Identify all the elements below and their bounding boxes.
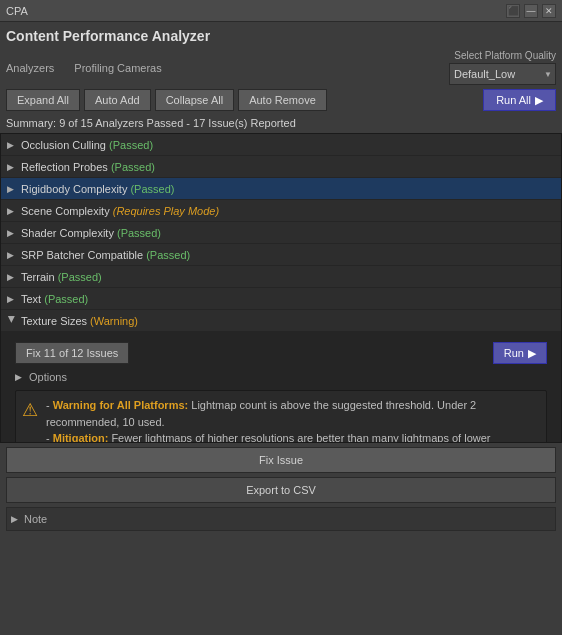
minimize-button[interactable]: ⬛ — [506, 4, 520, 18]
analyzer-item-rigidbody[interactable]: ▶ Rigidbody Complexity (Passed) — [1, 178, 561, 200]
bottom-area: Fix Issue Export to CSV ▶ Note — [0, 443, 562, 535]
analyzer-list: ▶ Occlusion Culling (Passed) ▶ Reflectio… — [0, 133, 562, 443]
close-button[interactable]: ✕ — [542, 4, 556, 18]
auto-add-button[interactable]: Auto Add — [84, 89, 151, 111]
expand-arrow-srp: ▶ — [7, 250, 17, 260]
title-bar-text: CPA — [6, 5, 28, 17]
title-bar: CPA ⬛ — ✕ — [0, 0, 562, 22]
expand-arrow-reflection: ▶ — [7, 162, 17, 172]
warning-text-1: - Warning for All Platforms: Lightmap co… — [46, 397, 540, 443]
expand-arrow-rigidbody: ▶ — [7, 184, 17, 194]
options-row[interactable]: ▶ Options — [9, 368, 553, 386]
profiling-cameras-label: Profiling Cameras — [74, 62, 161, 74]
expand-arrow-text: ▶ — [7, 294, 17, 304]
texture-sizes-expanded: Fix 11 of 12 Issues Run ▶ ▶ Options ⚠ - … — [1, 332, 561, 443]
analyzer-item-scene-complexity[interactable]: ▶ Scene Complexity (Requires Play Mode) — [1, 200, 561, 222]
analyzer-item-srp-batcher[interactable]: ▶ SRP Batcher Compatible (Passed) — [1, 244, 561, 266]
analyzers-label: Analyzers — [6, 62, 54, 74]
analyzer-item-reflection-probes[interactable]: ▶ Reflection Probes (Passed) — [1, 156, 561, 178]
note-arrow-icon: ▶ — [11, 514, 18, 524]
auto-remove-button[interactable]: Auto Remove — [238, 89, 327, 111]
panel-title: Content Performance Analyzer — [6, 28, 556, 44]
analyzer-item-terrain[interactable]: ▶ Terrain (Passed) — [1, 266, 561, 288]
fix-issues-button[interactable]: Fix 11 of 12 Issues — [15, 342, 129, 364]
expand-arrow-options: ▶ — [15, 372, 25, 382]
platform-section: Select Platform Quality Default_Low Defa… — [449, 50, 556, 85]
fix-row: Fix 11 of 12 Issues Run ▶ — [9, 338, 553, 368]
note-label: Note — [24, 513, 47, 525]
run-all-button[interactable]: Run All ▶ — [483, 89, 556, 111]
platform-select-row: Default_Low Default_Medium Default_High — [449, 63, 556, 85]
main-panel: Content Performance Analyzer Analyzers P… — [0, 22, 562, 129]
toolbar-row-1: Analyzers Profiling Cameras Select Platf… — [6, 50, 556, 85]
warning-icon-1: ⚠ — [22, 399, 38, 443]
expand-all-button[interactable]: Expand All — [6, 89, 80, 111]
expand-arrow-occlusion: ▶ — [7, 140, 17, 150]
analyzer-item-text[interactable]: ▶ Text (Passed) — [1, 288, 561, 310]
platform-dropdown-container: Default_Low Default_Medium Default_High — [449, 63, 556, 85]
maximize-button[interactable]: — — [524, 4, 538, 18]
expand-arrow-scene: ▶ — [7, 206, 17, 216]
collapse-all-button[interactable]: Collapse All — [155, 89, 234, 111]
analyzer-item-occlusion-culling[interactable]: ▶ Occlusion Culling (Passed) — [1, 134, 561, 156]
platform-quality-label: Select Platform Quality — [454, 50, 556, 61]
summary-bar: Summary: 9 of 15 Analyzers Passed - 17 I… — [6, 117, 556, 129]
note-row[interactable]: ▶ Note — [6, 507, 556, 531]
fix-issue-bottom-button[interactable]: Fix Issue — [6, 447, 556, 473]
run-button[interactable]: Run ▶ — [493, 342, 547, 364]
title-bar-controls: ⬛ — ✕ — [506, 4, 556, 18]
analyzer-item-shader-complexity[interactable]: ▶ Shader Complexity (Passed) — [1, 222, 561, 244]
expand-arrow-texture: ▶ — [7, 316, 17, 326]
analyzer-item-texture-sizes[interactable]: ▶ Texture Sizes (Warning) — [1, 310, 561, 332]
expand-arrow-terrain: ▶ — [7, 272, 17, 282]
warning-box-1: ⚠ - Warning for All Platforms: Lightmap … — [15, 390, 547, 443]
platform-dropdown[interactable]: Default_Low Default_Medium Default_High — [449, 63, 556, 85]
export-button[interactable]: Export to CSV — [6, 477, 556, 503]
expand-arrow-shader: ▶ — [7, 228, 17, 238]
